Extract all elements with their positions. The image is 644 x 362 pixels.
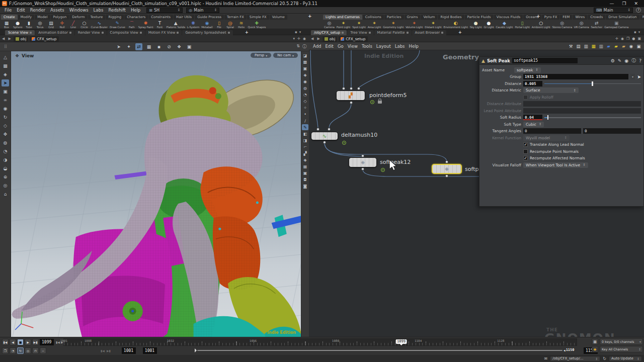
pane-tab[interactable]: Render View bbox=[75, 30, 107, 35]
path-option-icon[interactable]: ▣ bbox=[637, 37, 641, 41]
pane-option-icon[interactable]: ▪ bbox=[634, 30, 636, 34]
node-label-softpeak15[interactable]: softpeak15 bbox=[465, 166, 479, 172]
pane-tab-menu-icon[interactable] bbox=[441, 32, 443, 34]
viewport-tool-icon[interactable]: ⊘ bbox=[166, 43, 173, 50]
viewport-tool-icon[interactable]: ➤ bbox=[2, 79, 9, 86]
viewport-display-icon[interactable]: ▦ bbox=[302, 163, 308, 169]
pane-tab[interactable]: Motion FX View bbox=[145, 30, 182, 35]
path-option-icon[interactable]: ◉ bbox=[621, 37, 624, 41]
viewport-tool-icon[interactable]: ▣ bbox=[186, 43, 193, 50]
playbar-option-button[interactable]: − bbox=[40, 347, 46, 354]
transport-button[interactable]: ▮◀ bbox=[2, 339, 9, 345]
playback-start-field[interactable]: 1001 bbox=[143, 347, 157, 354]
network-canvas[interactable]: Indie Edition Geometry bbox=[309, 50, 644, 337]
shelf-tool[interactable]: ◎ Camera bbox=[323, 21, 336, 29]
playbar-option-button[interactable]: ❐ bbox=[2, 347, 9, 354]
breadcrumb-obj[interactable]: obj bbox=[323, 36, 337, 42]
desktop-selector[interactable]: ⊞ SH ↕ bbox=[146, 8, 183, 13]
shelf-tab[interactable]: Constraints bbox=[148, 15, 173, 20]
shelf-tool[interactable]: ◎ VR Camera bbox=[573, 21, 590, 29]
shelf-tool[interactable]: ▣ Gamepad Camera bbox=[603, 21, 629, 29]
viewport-display-icon[interactable]: ◉ bbox=[302, 78, 308, 84]
path-option-icon[interactable]: ✛ bbox=[615, 37, 618, 41]
soft-radius-slider[interactable] bbox=[544, 115, 641, 120]
shelf-tool[interactable]: ⌒ Path bbox=[126, 21, 137, 29]
shelf-tab[interactable]: Terrain FX bbox=[224, 15, 247, 20]
key-all-channels-dropdown[interactable]: Key All Channels↕ bbox=[600, 346, 643, 352]
pane-tab-menu-icon[interactable] bbox=[30, 32, 32, 34]
viewport-tool-icon[interactable]: ✥ bbox=[2, 131, 9, 138]
step-back-icon[interactable]: ▮◀ bbox=[56, 340, 60, 344]
shelf-tab[interactable]: Create bbox=[1, 15, 18, 20]
viewport-display-icon[interactable]: ✧ bbox=[302, 105, 308, 111]
group-select-arrow-icon[interactable]: ➤ bbox=[637, 74, 641, 79]
network-toolbar-icon[interactable]: ▰ bbox=[613, 43, 619, 49]
network-menu-item[interactable]: Layout bbox=[374, 44, 393, 49]
radial-menu-selector[interactable]: ◎ Main ↕ bbox=[186, 8, 219, 13]
pane-tab-menu-icon[interactable] bbox=[369, 32, 371, 34]
pane-tab[interactable]: /obj/CFX_setup bbox=[311, 30, 347, 35]
viewport-display-icon[interactable]: ◨ bbox=[302, 137, 308, 143]
path-option-icon[interactable]: ● bbox=[632, 37, 635, 41]
param-node-name-field[interactable]: softpeak15 bbox=[512, 58, 578, 63]
viewport-display-icon[interactable]: ◘ bbox=[302, 176, 308, 183]
pane-tab-menu-icon[interactable] bbox=[102, 32, 104, 34]
network-toolbar-icon[interactable]: ⚒ bbox=[568, 43, 574, 49]
help-icon[interactable]: ? bbox=[636, 8, 641, 13]
viewport-display-icon[interactable]: ◇ bbox=[302, 98, 308, 104]
viewport-tool-icon[interactable]: ⊕ bbox=[2, 173, 9, 180]
path-option-icon[interactable]: ▾ bbox=[293, 37, 295, 41]
viewport-display-icon[interactable]: ▩ bbox=[302, 59, 308, 65]
viewport-tool-icon[interactable]: ◍ bbox=[2, 139, 9, 146]
pane-tab[interactable]: Asset Browser bbox=[412, 30, 447, 35]
shelf-tool[interactable]: ▯ File bbox=[214, 21, 225, 29]
viewport-display-icon[interactable]: ⌐ bbox=[302, 144, 308, 150]
shelf-tab[interactable]: Polygon bbox=[51, 15, 69, 20]
network-toolbar-icon[interactable]: ▣ bbox=[635, 43, 642, 49]
viewport-display-icon[interactable]: ◪ bbox=[302, 52, 308, 58]
minimize-button[interactable]: — bbox=[609, 1, 614, 6]
range-step-forward-icon[interactable]: ▶▮ bbox=[107, 349, 111, 352]
shelf-tab[interactable]: Wires bbox=[573, 15, 587, 20]
menu-item[interactable]: Labs bbox=[91, 8, 106, 13]
shelf-tab[interactable]: Rigging bbox=[106, 15, 124, 20]
viewport-tool-icon[interactable]: ⇄ bbox=[135, 43, 142, 50]
shelf-tool[interactable]: ● Sphere bbox=[12, 21, 24, 29]
network-toolbar-icon[interactable]: ▰ bbox=[620, 43, 627, 49]
forward-icon[interactable]: ▶ bbox=[7, 37, 12, 41]
viewport-display-icon[interactable]: ◔ bbox=[302, 92, 308, 98]
shelf-tool[interactable]: ◎ Stereo Camera bbox=[551, 21, 573, 29]
path-option-icon[interactable]: ✛ bbox=[297, 37, 300, 41]
viewport-display-icon[interactable]: • bbox=[302, 111, 308, 117]
network-toolbar-icon[interactable]: ▤ bbox=[575, 43, 582, 49]
param-header-icon[interactable]: ⚙ bbox=[611, 58, 615, 63]
network-toolbar-icon[interactable]: ▰ bbox=[605, 43, 612, 49]
shelf-tab[interactable]: Simple FX bbox=[247, 15, 269, 20]
shelf-tool[interactable]: ✺ Spray Paint bbox=[137, 21, 154, 29]
camera-button[interactable]: No cam▾ bbox=[273, 53, 298, 58]
viewport-tool-icon[interactable]: ∞ bbox=[2, 97, 9, 104]
network-menu-item[interactable]: Edit bbox=[323, 44, 335, 49]
shelf-tool[interactable]: @ Spiral bbox=[225, 21, 236, 29]
group-field[interactable]: 1931 15368 bbox=[523, 74, 628, 79]
pane-tab-menu-icon[interactable] bbox=[407, 32, 409, 34]
shelf-tool[interactable]: ◐ Environment Light bbox=[443, 21, 469, 29]
toolbar-grip-icon[interactable]: ⠿ bbox=[0, 44, 12, 49]
shelf-tool[interactable]: ╱ Line bbox=[68, 21, 79, 29]
node-deltamush10[interactable]: ∿ bbox=[311, 132, 338, 140]
shelf-tool[interactable]: ○ Ambient Light bbox=[531, 21, 551, 29]
network-menu-item[interactable]: Labs bbox=[393, 44, 407, 49]
display-flag-badge[interactable] bbox=[342, 141, 346, 145]
breadcrumb-cfx-setup[interactable]: CFX_setup bbox=[339, 36, 367, 42]
visualize-falloff-dropdown[interactable]: When Viewport Tool Is Active↕ bbox=[523, 162, 588, 168]
playbar-option-button[interactable]: ↻ bbox=[17, 347, 24, 354]
playbar-option-button[interactable]: ◔ bbox=[10, 347, 16, 354]
network-menu-item[interactable]: Add bbox=[311, 44, 323, 49]
tangent-angle-field-1[interactable]: 0 bbox=[523, 128, 581, 134]
shelf-tool[interactable]: ✶ Distant Light bbox=[424, 21, 442, 29]
network-menu-item[interactable]: View bbox=[346, 44, 360, 49]
viewport-tool-icon[interactable]: ✦ bbox=[125, 43, 132, 50]
pane-tab-menu-icon[interactable] bbox=[177, 32, 179, 34]
viewport-tool-icon[interactable]: ◒ bbox=[2, 165, 9, 172]
shelf-tool[interactable]: ▤ Grid bbox=[46, 21, 57, 29]
